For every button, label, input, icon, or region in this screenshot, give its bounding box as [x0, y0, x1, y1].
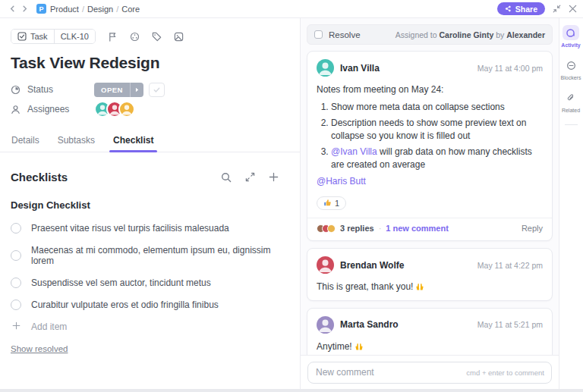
avatar[interactable] [118, 101, 135, 118]
comment-card: Brendan Wolfe May 11 at 4:22 pm This is … [307, 248, 553, 300]
new-comment-input[interactable] [307, 362, 552, 384]
avatar[interactable] [317, 256, 334, 274]
breadcrumb-list[interactable]: Core [121, 5, 140, 14]
image-icon[interactable] [174, 32, 184, 42]
rail-item-label: Related [562, 108, 580, 113]
thumbs-up-icon [323, 199, 332, 207]
checklist-group-title[interactable]: Design Checklist [0, 199, 300, 211]
show-resolved-link[interactable]: Show resolved [11, 344, 68, 353]
resolve-checkbox[interactable] [314, 30, 323, 39]
task-id-badge[interactable]: CLK-10 [54, 30, 95, 43]
comment-card: Ivan Villa May 11 at 4:00 pm Notes from … [307, 51, 553, 241]
status-badge[interactable]: OPEN [94, 83, 143, 97]
comment-timestamp: May 11 at 5:21 pm [477, 320, 543, 329]
assignee-icon [11, 105, 20, 114]
breadcrumb-separator: / [116, 5, 118, 14]
close-icon[interactable] [569, 5, 577, 13]
task-type-button[interactable]: Task [11, 30, 54, 43]
comment-author: Ivan Villa [340, 63, 380, 74]
breadcrumb-space[interactable]: Product [50, 5, 79, 14]
comment-intro: Notes from meeting on May 24: [317, 84, 443, 95]
blockers-icon [563, 58, 579, 73]
avatar [327, 224, 336, 233]
add-item-button[interactable]: Add item [0, 321, 300, 332]
share-button[interactable]: Share [497, 2, 545, 15]
comment-list-item: @Ivan Villa will grab data on how many c… [331, 146, 543, 172]
checklist-item-label: Curabitur vulputate eros et odio fringil… [31, 299, 219, 310]
checklist-item: Curabitur vulputate eros et odio fringil… [0, 299, 300, 310]
assignees-field: Assignees [0, 99, 300, 119]
collapse-icon[interactable] [553, 5, 561, 13]
status-field: Status OPEN [0, 80, 300, 99]
status-next-icon[interactable] [130, 83, 143, 97]
task-check-icon [17, 32, 27, 41]
checklist-item-checkbox[interactable] [11, 278, 21, 288]
assigned-assignee-name: Caroline Ginty [440, 30, 494, 39]
plus-icon [11, 321, 21, 332]
rail-item-label: Activity [561, 42, 580, 48]
checklist-item-checkbox[interactable] [11, 250, 21, 261]
rail-item-activity[interactable]: Activity [561, 25, 580, 48]
reaction-count: 1 [335, 199, 339, 208]
rail-divider [565, 124, 578, 125]
status-field-label: Status [27, 84, 53, 95]
tag-icon[interactable] [152, 32, 162, 42]
checklist-items: Praesent vitae risus vel turpis facilisi… [0, 223, 300, 310]
checklist-item-label: Praesent vitae risus vel turpis facilisi… [31, 223, 229, 234]
task-tabs: Details Subtasks Checklist [0, 130, 300, 152]
flag-icon[interactable] [108, 32, 118, 42]
comment-timestamp: May 11 at 4:00 pm [477, 64, 543, 73]
search-icon[interactable] [221, 172, 232, 183]
tab-checklist[interactable]: Checklist [112, 130, 154, 152]
resolve-label: Resolve [329, 30, 361, 39]
user-mention[interactable]: @Ivan Villa [331, 146, 377, 157]
reply-button[interactable]: Reply [522, 224, 543, 233]
task-toolbar: Task CLK-10 [0, 29, 300, 44]
mark-complete-button[interactable] [149, 83, 165, 97]
raising-hands-emoji [415, 282, 424, 291]
new-comment-count[interactable]: 1 new comment [386, 224, 449, 233]
rail-item-related[interactable]: Related [562, 90, 580, 113]
breadcrumb-folder[interactable]: Design [87, 5, 113, 14]
comment-body: Notes from meeting on May 24: Show more … [317, 83, 543, 189]
forward-button[interactable] [18, 3, 30, 15]
assignees-field-label: Assignees [27, 104, 69, 114]
right-rail: Activity Blockers Related [559, 18, 582, 389]
back-button[interactable] [6, 3, 18, 15]
checklist-item-checkbox[interactable] [11, 223, 21, 234]
share-icon [505, 5, 512, 12]
comments-panel: Resolve Assigned to Caroline Ginty by Al… [301, 18, 559, 389]
settings-icon[interactable] [130, 32, 140, 42]
rail-item-blockers[interactable]: Blockers [561, 58, 581, 80]
comment-list: Show more meta data on collapse sections… [317, 101, 543, 171]
breadcrumb: Product / Design / Core [50, 5, 140, 14]
assignee-avatars [94, 101, 135, 118]
rail-item-label: Blockers [561, 75, 581, 80]
expand-icon[interactable] [245, 172, 255, 183]
user-mention[interactable]: @Haris Butt [317, 175, 543, 188]
task-view-window: P Product / Design / Core Share [0, 0, 583, 392]
status-icon [11, 85, 20, 95]
checklist-item: Praesent vitae risus vel turpis facilisi… [0, 223, 300, 234]
task-detail-panel: Task CLK-10 Task View Redesign [0, 18, 301, 389]
checklist-item: Maecenas at mi commodo, elementum ipsum … [0, 245, 300, 266]
status-value: OPEN [94, 83, 130, 97]
comment-timestamp: May 11 at 4:22 pm [477, 261, 543, 270]
tab-details[interactable]: Details [11, 130, 40, 152]
share-button-label: Share [515, 5, 537, 14]
avatar[interactable] [317, 316, 334, 334]
task-title[interactable]: Task View Redesign [0, 54, 300, 72]
reply-avatars [317, 224, 336, 233]
checklist-item-checkbox[interactable] [11, 299, 21, 310]
comment-body: This is great, thank you! [317, 281, 543, 293]
thumbs-up-reaction[interactable]: 1 [317, 196, 346, 210]
avatar[interactable] [317, 59, 334, 77]
add-checklist-icon[interactable] [269, 172, 279, 183]
tab-subtasks[interactable]: Subtasks [57, 130, 96, 152]
comment-list-item: Show more meta data on collapse sections [331, 101, 543, 114]
assigned-text: Assigned to Caroline Ginty by Alexander [395, 30, 545, 39]
replies-count[interactable]: 3 replies [340, 224, 374, 233]
space-badge-icon[interactable]: P [36, 4, 46, 14]
comment-thread: Ivan Villa May 11 at 4:00 pm Notes from … [301, 45, 559, 355]
comment-author: Brendan Wolfe [340, 260, 404, 271]
